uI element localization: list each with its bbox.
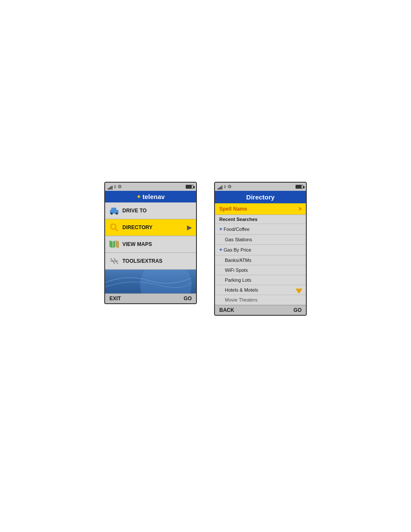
magnifier-svg — [109, 223, 119, 232]
gear-icon: ⚙ — [118, 184, 122, 190]
gas-by-price-label: Gas By Price — [224, 247, 251, 252]
status-left-1: ll ⚙ — [108, 184, 122, 190]
battery-fill-2 — [296, 185, 302, 188]
list-item-parking[interactable]: Parking Lots — [215, 275, 306, 285]
directory-arrow: ▶ — [187, 224, 192, 231]
list-item-wifi[interactable]: WiFi Spots — [215, 265, 306, 275]
svg-rect-1 — [111, 208, 116, 211]
list-item-movie-theaters[interactable]: Movie Theaters — [215, 295, 306, 305]
bar2-2 — [219, 187, 220, 190]
directory-item[interactable]: DIRECTORY ▶ — [105, 219, 196, 236]
spell-name-row[interactable]: Spell Name > — [215, 203, 306, 215]
list-item-hotels[interactable]: Hotels & Motels — [215, 285, 306, 295]
gear-icon-2: ⚙ — [227, 184, 232, 190]
back-button[interactable]: BACK — [219, 307, 234, 313]
parking-label: Parking Lots — [219, 277, 251, 283]
list-item-gas-price[interactable]: + Gas By Price — [215, 245, 306, 255]
bar2 — [109, 187, 110, 190]
tools-svg — [109, 256, 119, 266]
tools-icon-wrap — [109, 256, 119, 266]
spell-name-label: Spell Name — [219, 206, 247, 212]
tools-extras-label: TOOLS/EXTRAS — [122, 258, 162, 264]
scroll-down-arrow — [296, 289, 302, 294]
list-item-banks[interactable]: Banks/ATMs — [215, 255, 306, 265]
main-menu-screen: DRIVE TO DIRECTORY ▶ — [105, 202, 196, 293]
drive-to-label: DRIVE TO — [122, 208, 146, 214]
directory-header: Directory — [215, 191, 306, 203]
telenav-logo: ✦ telenav — [105, 193, 196, 200]
magnifier-icon-wrap — [109, 223, 119, 232]
bottom-bar-1: EXIT GO — [105, 293, 196, 303]
bar3-2 — [220, 187, 221, 190]
map-icon-wrap — [109, 240, 119, 249]
status-bar-1: ll ⚙ — [105, 183, 196, 191]
svg-marker-7 — [115, 240, 119, 248]
view-maps-label: VIEW MAPS — [122, 241, 152, 247]
car-icon-wrap — [109, 206, 119, 215]
status-bar-2: ll ⚙ — [215, 183, 306, 191]
car-icon — [109, 207, 119, 215]
list-item-food-coffee[interactable]: + Food/Coffee — [215, 224, 306, 235]
map-svg — [109, 240, 119, 248]
map-decoration — [105, 270, 191, 293]
signal-icon-2 — [218, 184, 222, 190]
go-button-1[interactable]: GO — [184, 296, 192, 302]
battery-fill — [186, 185, 192, 188]
list-item-gas-stations[interactable]: Gas Stations — [215, 235, 306, 245]
banks-label: Banks/ATMs — [219, 258, 252, 263]
logo-text: telenav — [143, 193, 165, 200]
spell-name-arrow: > — [299, 206, 302, 212]
bar1 — [108, 188, 109, 190]
battery-icon-2 — [296, 185, 303, 189]
food-coffee-label: Food/Coffee — [224, 227, 249, 232]
recent-searches-label: Recent Searches — [215, 215, 306, 224]
exit-button[interactable]: EXIT — [109, 296, 121, 302]
bar4 — [112, 186, 112, 190]
directory-label: DIRECTORY — [122, 224, 153, 230]
bar3 — [110, 187, 111, 190]
drive-to-item[interactable]: DRIVE TO — [105, 202, 196, 219]
wifi-label: WiFi Spots — [219, 268, 248, 273]
battery-icon — [186, 185, 193, 189]
car-svg — [109, 207, 119, 215]
signal-label-2: ll — [224, 185, 226, 189]
gas-stations-label: Gas Stations — [219, 237, 252, 242]
go-button-2[interactable]: GO — [293, 307, 302, 313]
recent-searches-text: Recent Searches — [219, 217, 258, 222]
telenav-header: ✦ telenav — [105, 191, 196, 202]
movie-theaters-label: Movie Theaters — [219, 297, 258, 302]
map-background — [105, 270, 196, 293]
plus-gas: + — [219, 247, 222, 253]
bar4-2 — [221, 186, 222, 190]
bar1-2 — [218, 188, 218, 190]
tools-extras-item[interactable]: TOOLS/EXTRAS — [105, 253, 196, 270]
status-left-2: ll ⚙ — [218, 184, 232, 190]
phone-directory: ll ⚙ Directory Spell Name > Recent Searc… — [214, 182, 307, 316]
bottom-bar-2: BACK GO — [215, 305, 306, 315]
svg-line-5 — [115, 229, 118, 231]
view-maps-item[interactable]: VIEW MAPS — [105, 236, 196, 253]
plus-food: + — [219, 226, 222, 232]
logo-star: ✦ — [137, 194, 141, 200]
directory-title: Directory — [246, 193, 275, 201]
directory-list: + Food/Coffee Gas Stations + Gas By Pric… — [215, 224, 306, 305]
signal-label: ll — [114, 185, 116, 189]
hotels-label: Hotels & Motels — [219, 287, 258, 292]
phone-main-menu: ll ⚙ ✦ telenav — [104, 182, 197, 304]
signal-icon — [108, 184, 112, 190]
